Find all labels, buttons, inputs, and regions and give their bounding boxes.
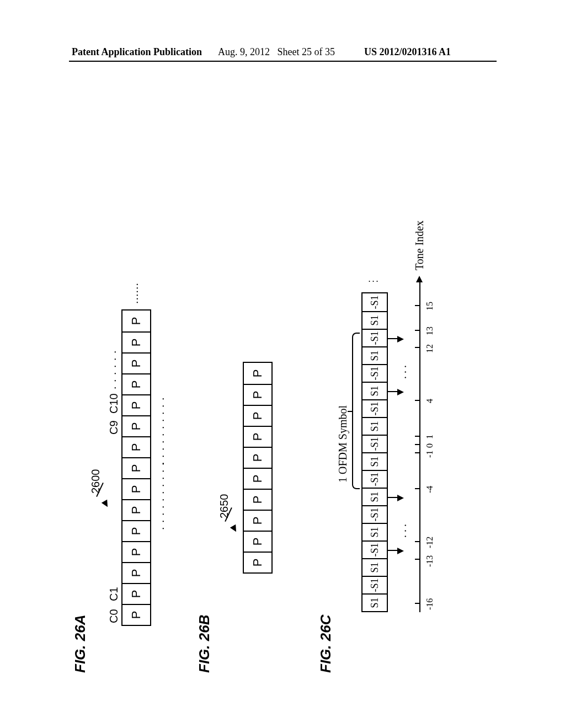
header-date: Aug. 9, 2012 [218,46,270,57]
tick-p15 [415,305,420,306]
p-cell: P [244,405,271,426]
s-cell: S1 [363,382,387,399]
p-cell: P [122,394,150,415]
fig-26c-row: S1 -S1 S1 -S1 S1 -S1 S1 -S1 S1 -S1 S1 -S… [361,292,388,612]
ticklabel-n13: -13 [425,555,435,567]
ticklabel-p4: 4 [425,399,435,403]
tick-p12 [415,347,420,348]
header-date-sheet: Aug. 9, 2012 Sheet 25 of 35 [218,46,335,58]
p-cell: P [244,384,271,405]
p-cell: P [122,311,150,331]
ticklabel-p15: 15 [425,302,435,311]
col-label-c0: C0 [108,609,120,623]
rotated-canvas: FIG. 26A 2600 C0 C1 C9 C10 . . . . . . P… [66,99,497,673]
fig-26a-row: P P P P P P P P P P P P P P P [121,309,151,626]
p-cell: P [244,363,271,384]
p-cell: P [122,499,150,520]
fig-26a-row-dots: ...... [131,282,140,303]
ticklabel-p13: 13 [425,326,435,335]
s-cell: -S1 [363,435,387,452]
tick-p4 [415,400,420,401]
fig-26c-row-dots: ··· [369,277,380,286]
s-cell: S1 [363,417,387,435]
p-cell: P [122,520,150,541]
s-cell: -S1 [363,505,387,523]
fig-26b-row: P P P P P P P P P P [243,362,273,574]
figure-container: FIG. 26A 2600 C0 C1 C9 C10 . . . . . . P… [66,99,497,678]
s-cell: -S1 [363,329,387,346]
col-label-c10: C10 [108,393,120,414]
fig-26a-under-dots-2: . . . . . . . . . . [157,397,166,465]
s-cell: -S1 [363,399,387,417]
ptr-arrow-4 [397,336,404,342]
col-label-dots: . . . . . . [109,350,118,389]
s-cell: S1 [363,452,387,470]
fig-26c-label: FIG. 26C [317,615,334,673]
header-sheet: Sheet 25 of 35 [278,46,335,57]
ticklabel-n4: -4 [425,486,435,493]
p-cell: P [122,562,150,583]
p-cell: P [244,468,271,489]
s-cell: S1 [363,311,387,329]
tone-axis-label: Tone Index [413,221,426,270]
p-cell: P [122,373,150,394]
p-cell: P [244,531,271,552]
p-cell: P [122,541,150,562]
s-cell: -S1 [363,364,387,382]
s-cell: S1 [363,488,387,505]
p-cell: P [244,552,271,572]
fig-26b-label: FIG. 26B [196,615,213,673]
ticklabel-n12: -12 [425,537,435,548]
p-cell: P [244,426,271,447]
tick-n1 [415,452,420,453]
s-cell: -S1 [363,293,387,311]
p-cell: P [244,489,271,510]
tone-axis [419,281,420,612]
ticklabel-p12: 12 [425,344,435,353]
ptr-line-3 [387,391,398,392]
p-cell: P [122,583,150,604]
p-cell: P [244,447,271,468]
p-cell: P [122,436,150,457]
fig-26a-ref-arrow [102,500,110,508]
s-cell: S1 [363,346,387,364]
p-cell: P [244,510,271,531]
ptr-arrow-3 [397,389,404,395]
fig-26a-label: FIG. 26A [72,615,89,673]
header-pub-number: US 2012/0201316 A1 [364,46,451,58]
p-cell: P [122,415,150,436]
s-cell: -S1 [363,540,387,558]
s-cell: S1 [363,523,387,540]
ticklabel-n1: -1 [425,451,435,458]
s-cell: S1 [363,558,387,576]
fig-26b-ref-arrow [230,524,239,533]
col-label-c1: C1 [108,587,120,601]
ofdm-brace [352,333,360,489]
p-cell: P [122,604,150,625]
tick-n12 [415,541,420,542]
col-label-c9: C9 [108,420,120,435]
p-cell: P [122,331,150,352]
s-cell: -S1 [363,470,387,488]
tone-axis-arrow [416,276,423,282]
fig-26a-under-dots-1: . . . . . . . . . . [157,462,166,530]
ptr-dots-1: . . . [396,524,409,538]
ptr-dots-2: . . . [396,365,409,379]
header-pub-type: Patent Application Publication [72,46,202,58]
tick-n16 [415,603,420,604]
s-cell: S1 [363,593,387,611]
p-cell: P [122,457,150,478]
ticklabel-p1: 1 [425,435,435,439]
tick-n13 [415,559,420,560]
p-cell: P [122,478,150,499]
ptr-line-1 [387,550,398,551]
ptr-arrow-2 [397,495,404,501]
s-cell: -S1 [363,576,387,593]
ptr-line-2 [387,497,398,498]
p-cell: P [122,352,150,373]
ptr-arrow-1 [397,548,404,554]
brace-center-nub [348,411,353,412]
tick-0 [415,444,420,445]
header-divider [69,61,497,62]
ptr-line-4 [387,338,398,339]
